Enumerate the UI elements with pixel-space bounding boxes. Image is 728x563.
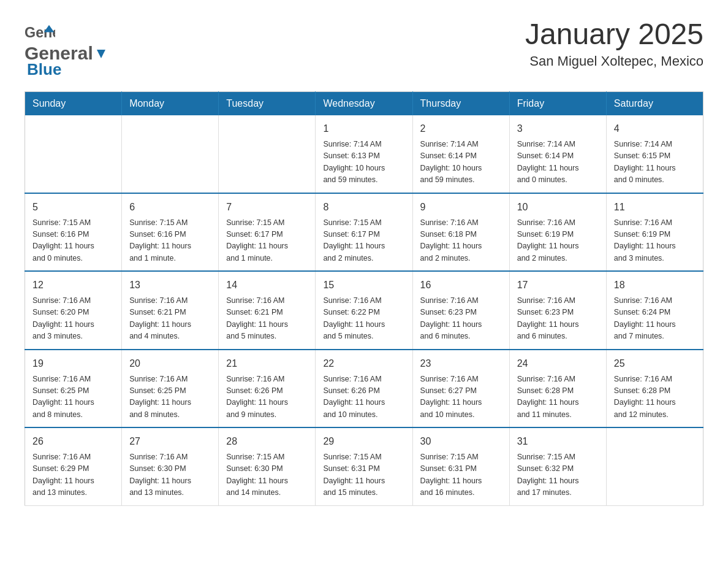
calendar-cell: 24Sunrise: 7:16 AM Sunset: 6:28 PM Dayli… bbox=[509, 350, 606, 428]
day-info: Sunrise: 7:16 AM Sunset: 6:28 PM Dayligh… bbox=[614, 373, 696, 421]
calendar-week-3: 12Sunrise: 7:16 AM Sunset: 6:20 PM Dayli… bbox=[25, 271, 703, 350]
calendar-title: January 2025 bbox=[525, 18, 703, 51]
day-number: 4 bbox=[614, 121, 696, 136]
day-number: 31 bbox=[517, 434, 599, 449]
calendar-cell bbox=[219, 115, 316, 193]
day-number: 23 bbox=[420, 356, 502, 371]
calendar-week-5: 26Sunrise: 7:16 AM Sunset: 6:29 PM Dayli… bbox=[25, 427, 703, 505]
calendar-cell bbox=[606, 427, 703, 505]
calendar-cell: 28Sunrise: 7:15 AM Sunset: 6:30 PM Dayli… bbox=[219, 427, 316, 505]
day-number: 26 bbox=[32, 434, 114, 449]
day-number: 29 bbox=[323, 434, 404, 449]
calendar-cell: 12Sunrise: 7:16 AM Sunset: 6:20 PM Dayli… bbox=[25, 271, 122, 350]
day-info: Sunrise: 7:16 AM Sunset: 6:24 PM Dayligh… bbox=[614, 295, 696, 343]
day-info: Sunrise: 7:15 AM Sunset: 6:31 PM Dayligh… bbox=[420, 451, 502, 499]
calendar-cell: 6Sunrise: 7:15 AM Sunset: 6:16 PM Daylig… bbox=[122, 193, 219, 272]
calendar-week-1: 1Sunrise: 7:14 AM Sunset: 6:13 PM Daylig… bbox=[25, 115, 703, 193]
day-info: Sunrise: 7:16 AM Sunset: 6:19 PM Dayligh… bbox=[614, 217, 696, 265]
day-number: 9 bbox=[420, 200, 502, 215]
calendar-cell: 16Sunrise: 7:16 AM Sunset: 6:23 PM Dayli… bbox=[412, 271, 509, 350]
day-number: 16 bbox=[420, 278, 502, 293]
calendar-cell: 13Sunrise: 7:16 AM Sunset: 6:21 PM Dayli… bbox=[122, 271, 219, 350]
day-info: Sunrise: 7:16 AM Sunset: 6:29 PM Dayligh… bbox=[32, 451, 114, 499]
day-number: 25 bbox=[614, 356, 696, 371]
logo-triangle-icon bbox=[94, 47, 108, 61]
day-header-monday: Monday bbox=[122, 92, 219, 116]
day-number: 10 bbox=[517, 200, 599, 215]
day-number: 2 bbox=[420, 121, 502, 136]
day-info: Sunrise: 7:16 AM Sunset: 6:26 PM Dayligh… bbox=[323, 373, 404, 421]
day-info: Sunrise: 7:16 AM Sunset: 6:20 PM Dayligh… bbox=[32, 295, 114, 343]
day-info: Sunrise: 7:16 AM Sunset: 6:23 PM Dayligh… bbox=[517, 295, 599, 343]
calendar-cell: 2Sunrise: 7:14 AM Sunset: 6:14 PM Daylig… bbox=[412, 115, 509, 193]
day-info: Sunrise: 7:15 AM Sunset: 6:32 PM Dayligh… bbox=[517, 451, 599, 499]
calendar-cell: 21Sunrise: 7:16 AM Sunset: 6:26 PM Dayli… bbox=[219, 350, 316, 428]
day-number: 24 bbox=[517, 356, 599, 371]
calendar-cell: 9Sunrise: 7:16 AM Sunset: 6:18 PM Daylig… bbox=[412, 193, 509, 272]
calendar-cell: 8Sunrise: 7:15 AM Sunset: 6:17 PM Daylig… bbox=[316, 193, 412, 272]
day-info: Sunrise: 7:15 AM Sunset: 6:30 PM Dayligh… bbox=[226, 451, 308, 499]
calendar-subtitle: San Miguel Xoltepec, Mexico bbox=[525, 53, 703, 69]
calendar-week-4: 19Sunrise: 7:16 AM Sunset: 6:25 PM Dayli… bbox=[25, 350, 703, 428]
day-info: Sunrise: 7:14 AM Sunset: 6:15 PM Dayligh… bbox=[614, 139, 696, 186]
day-info: Sunrise: 7:16 AM Sunset: 6:21 PM Dayligh… bbox=[226, 295, 308, 343]
calendar-cell: 30Sunrise: 7:15 AM Sunset: 6:31 PM Dayli… bbox=[412, 427, 509, 505]
day-header-saturday: Saturday bbox=[606, 92, 703, 116]
day-number: 5 bbox=[32, 200, 114, 215]
calendar-table: SundayMondayTuesdayWednesdayThursdayFrid… bbox=[25, 91, 703, 506]
day-number: 14 bbox=[226, 278, 308, 293]
day-info: Sunrise: 7:16 AM Sunset: 6:19 PM Dayligh… bbox=[517, 217, 599, 265]
calendar-cell: 23Sunrise: 7:16 AM Sunset: 6:27 PM Dayli… bbox=[412, 350, 509, 428]
calendar-cell bbox=[25, 115, 122, 193]
calendar-cell: 22Sunrise: 7:16 AM Sunset: 6:26 PM Dayli… bbox=[316, 350, 412, 428]
svg-text:General: General bbox=[25, 25, 55, 40]
day-number: 20 bbox=[129, 356, 211, 371]
calendar-cell: 14Sunrise: 7:16 AM Sunset: 6:21 PM Dayli… bbox=[219, 271, 316, 350]
calendar-cell: 5Sunrise: 7:15 AM Sunset: 6:16 PM Daylig… bbox=[25, 193, 122, 272]
calendar-cell: 10Sunrise: 7:16 AM Sunset: 6:19 PM Dayli… bbox=[509, 193, 606, 272]
day-info: Sunrise: 7:14 AM Sunset: 6:13 PM Dayligh… bbox=[323, 139, 404, 186]
day-info: Sunrise: 7:15 AM Sunset: 6:31 PM Dayligh… bbox=[323, 451, 404, 499]
day-info: Sunrise: 7:16 AM Sunset: 6:25 PM Dayligh… bbox=[32, 373, 114, 421]
day-number: 19 bbox=[32, 356, 114, 371]
calendar-cell: 25Sunrise: 7:16 AM Sunset: 6:28 PM Dayli… bbox=[606, 350, 703, 428]
calendar-cell: 20Sunrise: 7:16 AM Sunset: 6:25 PM Dayli… bbox=[122, 350, 219, 428]
calendar-cell: 4Sunrise: 7:14 AM Sunset: 6:15 PM Daylig… bbox=[606, 115, 703, 193]
day-number: 27 bbox=[129, 434, 211, 449]
day-number: 21 bbox=[226, 356, 308, 371]
day-header-wednesday: Wednesday bbox=[316, 92, 412, 116]
title-block: January 2025 San Miguel Xoltepec, Mexico bbox=[525, 18, 703, 69]
calendar-cell: 3Sunrise: 7:14 AM Sunset: 6:14 PM Daylig… bbox=[509, 115, 606, 193]
day-info: Sunrise: 7:15 AM Sunset: 6:16 PM Dayligh… bbox=[32, 217, 114, 265]
page-header: General General Blue January 2025 San Mi… bbox=[25, 18, 703, 79]
day-info: Sunrise: 7:15 AM Sunset: 6:17 PM Dayligh… bbox=[323, 217, 404, 265]
day-number: 28 bbox=[226, 434, 308, 449]
day-number: 11 bbox=[614, 200, 696, 215]
day-number: 6 bbox=[129, 200, 211, 215]
day-number: 3 bbox=[517, 121, 599, 136]
day-number: 18 bbox=[614, 278, 696, 293]
day-number: 30 bbox=[420, 434, 502, 449]
calendar-cell: 17Sunrise: 7:16 AM Sunset: 6:23 PM Dayli… bbox=[509, 271, 606, 350]
day-info: Sunrise: 7:16 AM Sunset: 6:23 PM Dayligh… bbox=[420, 295, 502, 343]
day-info: Sunrise: 7:16 AM Sunset: 6:25 PM Dayligh… bbox=[129, 373, 211, 421]
calendar-cell: 15Sunrise: 7:16 AM Sunset: 6:22 PM Dayli… bbox=[316, 271, 412, 350]
day-header-sunday: Sunday bbox=[25, 92, 122, 116]
day-info: Sunrise: 7:14 AM Sunset: 6:14 PM Dayligh… bbox=[420, 139, 502, 186]
day-info: Sunrise: 7:16 AM Sunset: 6:18 PM Dayligh… bbox=[420, 217, 502, 265]
calendar-cell: 7Sunrise: 7:15 AM Sunset: 6:17 PM Daylig… bbox=[219, 193, 316, 272]
svg-marker-2 bbox=[97, 50, 105, 58]
calendar-cell: 1Sunrise: 7:14 AM Sunset: 6:13 PM Daylig… bbox=[316, 115, 412, 193]
day-number: 17 bbox=[517, 278, 599, 293]
day-header-friday: Friday bbox=[509, 92, 606, 116]
day-number: 15 bbox=[323, 278, 404, 293]
day-info: Sunrise: 7:16 AM Sunset: 6:27 PM Dayligh… bbox=[420, 373, 502, 421]
calendar-cell: 26Sunrise: 7:16 AM Sunset: 6:29 PM Dayli… bbox=[25, 427, 122, 505]
days-of-week-row: SundayMondayTuesdayWednesdayThursdayFrid… bbox=[25, 92, 703, 116]
day-number: 22 bbox=[323, 356, 404, 371]
calendar-body: 1Sunrise: 7:14 AM Sunset: 6:13 PM Daylig… bbox=[25, 115, 703, 505]
calendar-header: SundayMondayTuesdayWednesdayThursdayFrid… bbox=[25, 92, 703, 116]
day-header-thursday: Thursday bbox=[412, 92, 509, 116]
day-number: 8 bbox=[323, 200, 404, 215]
day-info: Sunrise: 7:16 AM Sunset: 6:21 PM Dayligh… bbox=[129, 295, 211, 343]
